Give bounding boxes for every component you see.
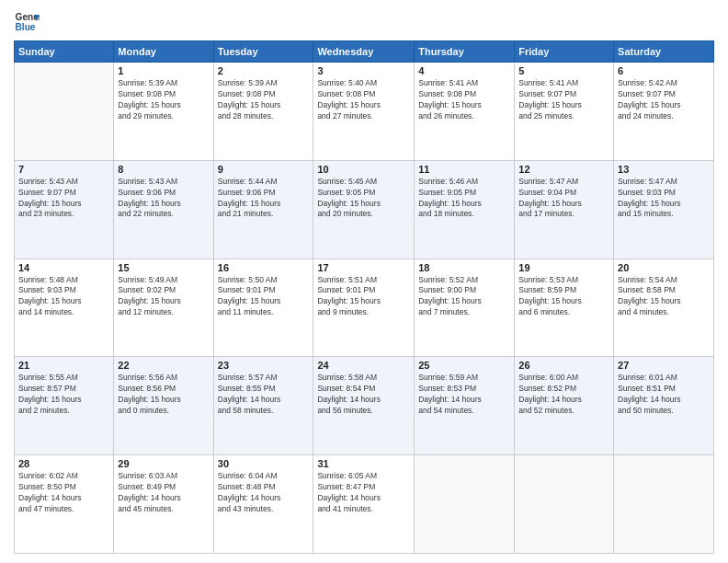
day-cell: 26Sunrise: 6:00 AM Sunset: 8:52 PM Dayli… — [515, 357, 614, 455]
day-cell: 13Sunrise: 5:47 AM Sunset: 9:03 PM Dayli… — [614, 160, 714, 259]
calendar-table: SundayMondayTuesdayWednesdayThursdayFrid… — [14, 40, 714, 554]
day-info: Sunrise: 5:47 AM Sunset: 9:04 PM Dayligh… — [518, 177, 609, 221]
day-number: 27 — [618, 360, 710, 371]
day-info: Sunrise: 5:56 AM Sunset: 8:56 PM Dayligh… — [118, 373, 209, 417]
day-info: Sunrise: 5:41 AM Sunset: 9:07 PM Dayligh… — [518, 78, 609, 122]
day-info: Sunrise: 5:44 AM Sunset: 9:06 PM Dayligh… — [218, 177, 310, 221]
day-number: 4 — [418, 65, 510, 76]
day-info: Sunrise: 5:51 AM Sunset: 9:01 PM Dayligh… — [317, 275, 410, 319]
day-cell: 4Sunrise: 5:41 AM Sunset: 9:08 PM Daylig… — [415, 63, 515, 161]
day-number: 29 — [118, 458, 209, 469]
day-header-saturday: Saturday — [614, 41, 714, 63]
day-cell: 1Sunrise: 5:39 AM Sunset: 9:08 PM Daylig… — [114, 63, 213, 161]
day-number: 24 — [317, 360, 410, 371]
week-row-2: 7Sunrise: 5:43 AM Sunset: 9:07 PM Daylig… — [15, 160, 714, 259]
svg-text:Blue: Blue — [16, 22, 36, 32]
day-cell: 17Sunrise: 5:51 AM Sunset: 9:01 PM Dayli… — [313, 259, 415, 357]
day-cell: 22Sunrise: 5:56 AM Sunset: 8:56 PM Dayli… — [114, 357, 213, 455]
day-cell: 15Sunrise: 5:49 AM Sunset: 9:02 PM Dayli… — [114, 259, 213, 357]
day-cell: 11Sunrise: 5:46 AM Sunset: 9:05 PM Dayli… — [415, 160, 515, 259]
day-number: 7 — [18, 164, 109, 175]
day-number: 22 — [118, 360, 209, 371]
day-info: Sunrise: 5:48 AM Sunset: 9:03 PM Dayligh… — [18, 275, 109, 319]
logo-icon: General Blue — [14, 9, 40, 35]
day-header-monday: Monday — [114, 41, 213, 63]
day-cell: 18Sunrise: 5:52 AM Sunset: 9:00 PM Dayli… — [415, 259, 515, 357]
day-number: 9 — [218, 164, 310, 175]
day-number: 31 — [317, 458, 410, 469]
day-info: Sunrise: 5:39 AM Sunset: 9:08 PM Dayligh… — [218, 78, 310, 122]
day-cell: 7Sunrise: 5:43 AM Sunset: 9:07 PM Daylig… — [15, 160, 114, 259]
day-info: Sunrise: 5:45 AM Sunset: 9:05 PM Dayligh… — [317, 177, 410, 221]
day-info: Sunrise: 5:57 AM Sunset: 8:55 PM Dayligh… — [218, 373, 310, 417]
week-row-1: 1Sunrise: 5:39 AM Sunset: 9:08 PM Daylig… — [15, 63, 714, 161]
day-cell: 28Sunrise: 6:02 AM Sunset: 8:50 PM Dayli… — [15, 455, 114, 554]
day-cell — [15, 63, 114, 161]
day-cell: 29Sunrise: 6:03 AM Sunset: 8:49 PM Dayli… — [114, 455, 213, 554]
day-number: 3 — [317, 65, 410, 76]
day-info: Sunrise: 5:47 AM Sunset: 9:03 PM Dayligh… — [618, 177, 710, 221]
day-header-wednesday: Wednesday — [313, 41, 415, 63]
day-info: Sunrise: 5:49 AM Sunset: 9:02 PM Dayligh… — [118, 275, 209, 319]
day-cell: 30Sunrise: 6:04 AM Sunset: 8:48 PM Dayli… — [213, 455, 313, 554]
day-number: 2 — [218, 65, 310, 76]
day-cell: 19Sunrise: 5:53 AM Sunset: 8:59 PM Dayli… — [515, 259, 614, 357]
day-cell: 27Sunrise: 6:01 AM Sunset: 8:51 PM Dayli… — [614, 357, 714, 455]
day-header-friday: Friday — [515, 41, 614, 63]
day-number: 19 — [518, 262, 609, 273]
day-number: 23 — [218, 360, 310, 371]
day-number: 11 — [418, 164, 510, 175]
header: General Blue — [14, 9, 714, 35]
day-info: Sunrise: 5:43 AM Sunset: 9:06 PM Dayligh… — [118, 177, 209, 221]
day-cell — [415, 455, 515, 554]
day-info: Sunrise: 6:01 AM Sunset: 8:51 PM Dayligh… — [618, 373, 710, 417]
day-info: Sunrise: 6:00 AM Sunset: 8:52 PM Dayligh… — [518, 373, 609, 417]
day-cell: 21Sunrise: 5:55 AM Sunset: 8:57 PM Dayli… — [15, 357, 114, 455]
day-info: Sunrise: 5:54 AM Sunset: 8:58 PM Dayligh… — [618, 275, 710, 319]
day-info: Sunrise: 5:40 AM Sunset: 9:08 PM Dayligh… — [317, 78, 410, 122]
day-cell: 9Sunrise: 5:44 AM Sunset: 9:06 PM Daylig… — [213, 160, 313, 259]
day-cell: 23Sunrise: 5:57 AM Sunset: 8:55 PM Dayli… — [213, 357, 313, 455]
day-info: Sunrise: 5:41 AM Sunset: 9:08 PM Dayligh… — [418, 78, 510, 122]
day-number: 16 — [218, 262, 310, 273]
day-cell: 24Sunrise: 5:58 AM Sunset: 8:54 PM Dayli… — [313, 357, 415, 455]
logo: General Blue — [14, 9, 40, 35]
day-cell: 16Sunrise: 5:50 AM Sunset: 9:01 PM Dayli… — [213, 259, 313, 357]
day-number: 30 — [218, 458, 310, 469]
day-cell: 6Sunrise: 5:42 AM Sunset: 9:07 PM Daylig… — [614, 63, 714, 161]
day-cell: 10Sunrise: 5:45 AM Sunset: 9:05 PM Dayli… — [313, 160, 415, 259]
day-cell: 25Sunrise: 5:59 AM Sunset: 8:53 PM Dayli… — [415, 357, 515, 455]
day-number: 6 — [618, 65, 710, 76]
day-number: 28 — [18, 458, 109, 469]
week-row-3: 14Sunrise: 5:48 AM Sunset: 9:03 PM Dayli… — [15, 259, 714, 357]
day-info: Sunrise: 6:04 AM Sunset: 8:48 PM Dayligh… — [218, 471, 310, 515]
day-cell: 14Sunrise: 5:48 AM Sunset: 9:03 PM Dayli… — [15, 259, 114, 357]
day-number: 20 — [618, 262, 710, 273]
day-info: Sunrise: 6:03 AM Sunset: 8:49 PM Dayligh… — [118, 471, 209, 515]
day-number: 10 — [317, 164, 410, 175]
day-info: Sunrise: 5:42 AM Sunset: 9:07 PM Dayligh… — [618, 78, 710, 122]
day-number: 13 — [618, 164, 710, 175]
day-info: Sunrise: 5:53 AM Sunset: 8:59 PM Dayligh… — [518, 275, 609, 319]
day-number: 5 — [518, 65, 609, 76]
day-info: Sunrise: 5:43 AM Sunset: 9:07 PM Dayligh… — [18, 177, 109, 221]
day-header-sunday: Sunday — [15, 41, 114, 63]
day-info: Sunrise: 5:39 AM Sunset: 9:08 PM Dayligh… — [118, 78, 209, 122]
day-cell: 8Sunrise: 5:43 AM Sunset: 9:06 PM Daylig… — [114, 160, 213, 259]
day-number: 12 — [518, 164, 609, 175]
day-header-thursday: Thursday — [415, 41, 515, 63]
day-cell — [614, 455, 714, 554]
day-number: 26 — [518, 360, 609, 371]
day-number: 1 — [118, 65, 209, 76]
day-info: Sunrise: 5:59 AM Sunset: 8:53 PM Dayligh… — [418, 373, 510, 417]
calendar-header-row: SundayMondayTuesdayWednesdayThursdayFrid… — [15, 41, 714, 63]
day-number: 18 — [418, 262, 510, 273]
day-header-tuesday: Tuesday — [213, 41, 313, 63]
day-cell — [515, 455, 614, 554]
page: General Blue SundayMondayTuesdayWednesda… — [0, 0, 728, 563]
day-number: 8 — [118, 164, 209, 175]
day-info: Sunrise: 5:52 AM Sunset: 9:00 PM Dayligh… — [418, 275, 510, 319]
day-info: Sunrise: 6:05 AM Sunset: 8:47 PM Dayligh… — [317, 471, 410, 515]
day-number: 15 — [118, 262, 209, 273]
day-cell: 31Sunrise: 6:05 AM Sunset: 8:47 PM Dayli… — [313, 455, 415, 554]
